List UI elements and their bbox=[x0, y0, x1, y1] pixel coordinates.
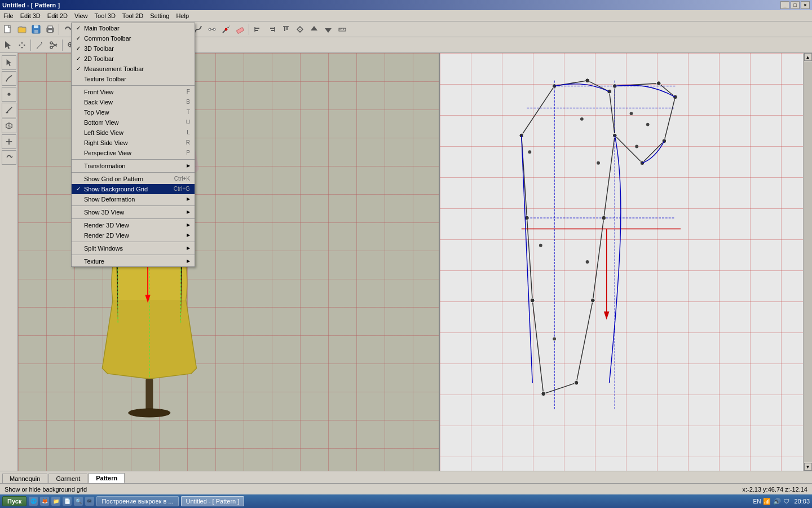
open-btn[interactable] bbox=[15, 23, 29, 36]
svg-point-104 bbox=[673, 95, 677, 99]
menu-bottom-view[interactable]: Bottom View U bbox=[72, 117, 195, 128]
sidebar-draw[interactable] bbox=[2, 71, 16, 86]
scrollbar-2d[interactable]: ▲ ▼ bbox=[803, 53, 812, 471]
svg-point-97 bbox=[574, 380, 579, 385]
print-btn[interactable] bbox=[43, 23, 57, 36]
menu-split-windows[interactable]: Split Windows ▶ bbox=[72, 243, 195, 253]
svg-point-96 bbox=[590, 298, 595, 303]
menu-file[interactable]: File bbox=[0, 11, 17, 20]
svg-point-47 bbox=[50, 42, 52, 44]
viewport-2d[interactable]: ▲ ▼ bbox=[440, 53, 812, 471]
down-btn[interactable] bbox=[321, 23, 335, 36]
svg-marker-44 bbox=[19, 44, 25, 46]
menu-edit2d[interactable]: Edit 2D bbox=[44, 11, 71, 20]
eraser-btn[interactable] bbox=[233, 23, 247, 36]
sidebar-3d[interactable] bbox=[2, 119, 16, 133]
menu-3d-toolbar[interactable]: ✓ 3D Toolbar bbox=[72, 43, 195, 54]
svg-point-110 bbox=[553, 337, 556, 340]
menu-show-deformation[interactable]: Show Deformation ▶ bbox=[72, 194, 195, 204]
taskbar-icon-mail[interactable]: ✉ bbox=[85, 497, 94, 506]
menu-texture-toolbar[interactable]: Texture Toolbar bbox=[72, 74, 195, 84]
align-top-btn[interactable] bbox=[279, 23, 293, 36]
menu-main-toolbar[interactable]: ✓ Main Toolbar bbox=[72, 23, 195, 33]
minimize-button[interactable]: _ bbox=[780, 1, 789, 9]
join-btn[interactable] bbox=[205, 23, 219, 36]
menu-tool3d[interactable]: Tool 3D bbox=[91, 11, 119, 20]
svg-point-24 bbox=[225, 28, 227, 30]
svg-point-98 bbox=[541, 392, 546, 396]
svg-point-106 bbox=[640, 161, 645, 165]
taskbar-right: EN 📶 🔊 🛡 20:03 bbox=[753, 498, 810, 505]
menu-edit3d[interactable]: Edit 3D bbox=[17, 11, 44, 20]
trim-btn[interactable] bbox=[219, 23, 233, 36]
menu-texture[interactable]: Texture ▶ bbox=[72, 256, 195, 266]
view-menu-area: View ✓ Main Toolbar ✓ Common Toolbar ✓ 3… bbox=[71, 11, 91, 20]
menu-front-view[interactable]: Front View F bbox=[72, 87, 195, 97]
sidebar-point[interactable] bbox=[2, 87, 16, 102]
tab-mannequin[interactable]: Mannequin bbox=[2, 474, 47, 483]
bottom-tabs: Mannequin Garment Pattern bbox=[0, 471, 812, 483]
svg-rect-33 bbox=[284, 27, 285, 31]
menu-tool2d[interactable]: Tool 2D bbox=[119, 11, 147, 20]
taskbar-item-pattern[interactable]: Untitled - [ Pattern ] bbox=[181, 496, 245, 506]
taskbar-icon-search[interactable]: 🔍 bbox=[74, 497, 83, 506]
taskbar-icon-antivirus: 🛡 bbox=[783, 498, 789, 505]
sidebar-select[interactable] bbox=[2, 55, 16, 70]
menu-perspective-view[interactable]: Perspective View P bbox=[72, 148, 195, 158]
menu-left-side-view[interactable]: Left Side View L bbox=[72, 128, 195, 138]
align-right-btn[interactable] bbox=[265, 23, 279, 36]
align-left-btn[interactable] bbox=[251, 23, 264, 36]
tab-pattern[interactable]: Pattern bbox=[89, 473, 125, 483]
sidebar-measure[interactable] bbox=[2, 103, 16, 117]
sep4 bbox=[72, 205, 195, 206]
svg-point-113 bbox=[630, 112, 633, 115]
menu-view[interactable]: View bbox=[71, 11, 91, 20]
sidebar-rotate[interactable] bbox=[2, 150, 16, 165]
pencil-btn[interactable] bbox=[33, 39, 46, 51]
menu-common-toolbar[interactable]: ✓ Common Toolbar bbox=[72, 33, 195, 43]
svg-marker-37 bbox=[325, 28, 332, 33]
menu-show-grid-on-pattern[interactable]: Show Grid on Pattern Ctrl+K bbox=[72, 174, 195, 184]
taskbar-icon-folder[interactable]: 📁 bbox=[51, 497, 60, 506]
windows-taskbar: Пуск 🌐 🦊 📁 📄 🔍 ✉ Построение выкроек в ..… bbox=[0, 494, 812, 508]
taskbar-icon-ie[interactable]: 🌐 bbox=[29, 497, 38, 506]
scroll-up-btn[interactable]: ▲ bbox=[804, 53, 812, 61]
tab-garment[interactable]: Garment bbox=[48, 474, 87, 483]
svg-rect-7 bbox=[48, 30, 52, 32]
menu-back-view[interactable]: Back View B bbox=[72, 97, 195, 107]
move2-btn[interactable] bbox=[15, 39, 29, 51]
menu-show-3d-view[interactable]: Show 3D View ▶ bbox=[72, 207, 195, 217]
ruler-btn[interactable] bbox=[336, 23, 349, 36]
pattern-svg bbox=[440, 53, 801, 471]
new-btn[interactable] bbox=[1, 23, 15, 36]
menu-measurement-toolbar[interactable]: ✓ Measurement Toolbar bbox=[72, 64, 195, 74]
start-button[interactable]: Пуск bbox=[2, 496, 27, 506]
svg-point-20 bbox=[209, 28, 211, 30]
menu-right-side-view[interactable]: Right Side View R bbox=[72, 138, 195, 148]
save-btn[interactable] bbox=[29, 23, 43, 36]
up-btn[interactable] bbox=[307, 23, 321, 36]
scroll-down-btn[interactable]: ▼ bbox=[804, 463, 812, 471]
menu-render-3d-view[interactable]: Render 3D View ▶ bbox=[72, 220, 195, 230]
scissors-btn[interactable] bbox=[47, 39, 60, 51]
taskbar-icon-en: EN bbox=[753, 498, 761, 505]
flip-btn[interactable] bbox=[293, 23, 307, 36]
scroll-track bbox=[804, 62, 812, 462]
menu-show-background-grid[interactable]: ✓ Show Background Grid Ctrl+G bbox=[72, 184, 195, 194]
svg-point-114 bbox=[646, 123, 650, 126]
svg-point-111 bbox=[539, 244, 542, 247]
menu-2d-toolbar[interactable]: ✓ 2D Toolbar bbox=[72, 54, 195, 64]
sidebar-zoom[interactable] bbox=[2, 134, 16, 149]
taskbar-item-konstrukt[interactable]: Построение выкроек в ... bbox=[96, 496, 178, 506]
maximize-button[interactable]: □ bbox=[791, 1, 800, 9]
menu-help[interactable]: Help bbox=[173, 11, 192, 20]
taskbar-icon-browser[interactable]: 🦊 bbox=[40, 497, 49, 506]
svg-point-48 bbox=[50, 46, 52, 49]
menu-transformation[interactable]: Transformation ▶ bbox=[72, 161, 195, 171]
menu-render-2d-view[interactable]: Render 2D View ▶ bbox=[72, 230, 195, 240]
select2-btn[interactable] bbox=[1, 39, 15, 51]
taskbar-icon-docs[interactable]: 📄 bbox=[63, 497, 72, 506]
menu-setting[interactable]: Setting bbox=[147, 11, 173, 20]
close-button[interactable]: × bbox=[801, 1, 810, 9]
menu-top-view[interactable]: Top View T bbox=[72, 107, 195, 117]
